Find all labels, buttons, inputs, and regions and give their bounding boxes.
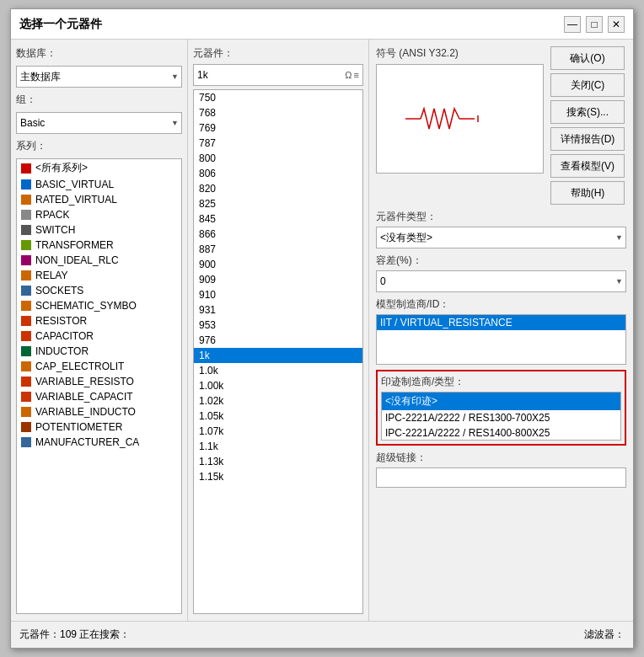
component-item[interactable]: 825 (194, 196, 362, 211)
model-list[interactable]: IIT / VIRTUAL_RESISTANCE (376, 314, 626, 365)
component-item[interactable]: 769 (194, 120, 362, 136)
model-item[interactable]: IIT / VIRTUAL_RESISTANCE (377, 315, 625, 330)
detail-button[interactable]: 详情报告(D) (550, 127, 625, 151)
series-item[interactable]: CAP_ELECTROLIT (17, 359, 181, 374)
close-button[interactable]: 关闭(C) (550, 73, 625, 97)
component-item[interactable]: 750 (194, 90, 362, 105)
group-select[interactable]: Basic (16, 112, 182, 134)
filter-icon[interactable]: ≡ (354, 70, 359, 80)
hyperlink-label: 超级链接： (376, 451, 626, 465)
series-item[interactable]: <所有系列> (17, 159, 181, 177)
minimize-button[interactable]: — (564, 16, 581, 33)
series-item-icon (20, 285, 32, 296)
component-item[interactable]: 1k (194, 348, 362, 363)
component-item[interactable]: 1.00k (194, 378, 362, 393)
top-right: 符号 (ANSI Y32.2) (376, 46, 626, 205)
series-item[interactable]: POTENTIOMETER (17, 419, 181, 435)
component-search-input[interactable] (197, 69, 343, 81)
footprint-item[interactable]: IPC-2221A/2222 / RES1300-700X25 (382, 410, 620, 425)
series-item[interactable]: VARIABLE_CAPACIT (17, 389, 181, 404)
svg-rect-6 (21, 255, 31, 265)
group-select-wrapper: Basic (16, 112, 182, 134)
series-item[interactable]: NON_IDEAL_RLC (17, 253, 181, 268)
svg-rect-11 (21, 331, 31, 341)
component-item[interactable]: 1.0k (194, 363, 362, 378)
footprint-label: 印迹制造商/类型： (381, 375, 621, 389)
series-item-icon (20, 361, 32, 372)
series-item[interactable]: SWITCH (17, 222, 181, 238)
svg-rect-17 (21, 422, 31, 432)
series-item-label: BASIC_VIRTUAL (35, 179, 114, 190)
series-item[interactable]: TRANSFORMER (17, 238, 181, 253)
series-item[interactable]: RPACK (17, 207, 181, 222)
component-type-select[interactable]: <没有类型> (376, 227, 626, 248)
component-item[interactable]: 909 (194, 272, 362, 287)
help-button[interactable]: 帮助(H) (550, 181, 625, 205)
svg-rect-10 (21, 316, 31, 326)
component-item[interactable]: 910 (194, 287, 362, 302)
footprint-item[interactable]: IPC-2221A/2222 / RES1400-800X25 (382, 425, 620, 441)
component-item[interactable]: 1.1k (194, 439, 362, 454)
db-select[interactable]: 主数据库 (16, 66, 182, 88)
component-item[interactable]: 845 (194, 211, 362, 227)
component-item[interactable]: 806 (194, 166, 362, 181)
search-button[interactable]: 搜索(S)... (550, 100, 625, 124)
hyperlink-input[interactable] (376, 467, 626, 488)
component-type-label: 元器件类型： (376, 210, 626, 224)
middle-panel: 元器件： Ω ≡ 7507687697878008068208258458668… (188, 40, 369, 621)
bottom-bar: 元器件：109 正在搜索： 滤波器： (11, 621, 633, 648)
tolerance-section: 容差(%)： 0 (376, 254, 626, 292)
svg-rect-5 (21, 240, 31, 250)
series-item[interactable]: MANUFACTURER_CA (17, 435, 181, 450)
view-model-button[interactable]: 查看模型(V) (550, 154, 625, 178)
component-list[interactable]: 7507687697878008068208258458668879009099… (193, 89, 363, 614)
component-item[interactable]: 768 (194, 105, 362, 120)
symbol-label: 符号 (ANSI Y32.2) (376, 46, 544, 61)
db-select-wrapper: 主数据库 (16, 66, 182, 88)
component-item[interactable]: 953 (194, 318, 362, 333)
component-item[interactable]: 931 (194, 302, 362, 318)
component-item[interactable]: 1.15k (194, 469, 362, 484)
series-item[interactable]: VARIABLE_RESISTO (17, 374, 181, 389)
component-item[interactable]: 900 (194, 257, 362, 272)
series-item-icon (20, 391, 32, 403)
component-item[interactable]: 976 (194, 333, 362, 348)
right-panel: 符号 (ANSI Y32.2) (369, 40, 633, 621)
model-manufacturer-section: 模型制造商/ID： IIT / VIRTUAL_RESISTANCE (376, 297, 626, 365)
series-item-icon (20, 330, 32, 342)
series-label: 系列： (16, 139, 182, 153)
component-item[interactable]: 1.13k (194, 454, 362, 469)
component-item[interactable]: 1.02k (194, 393, 362, 409)
component-item[interactable]: 1.07k (194, 424, 362, 439)
footprint-list[interactable]: <没有印迹>IPC-2221A/2222 / RES1300-700X25IPC… (381, 392, 621, 441)
maximize-button[interactable]: □ (586, 16, 603, 33)
bottom-left: 元器件：109 正在搜索： (19, 628, 130, 642)
series-item-icon (20, 421, 32, 433)
component-item[interactable]: 866 (194, 227, 362, 242)
series-item[interactable]: SCHEMATIC_SYMBO (17, 298, 181, 313)
series-item[interactable]: RESISTOR (17, 313, 181, 328)
component-item[interactable]: 1.05k (194, 409, 362, 424)
close-title-button[interactable]: ✕ (608, 16, 625, 33)
series-item[interactable]: INDUCTOR (17, 344, 181, 359)
component-item[interactable]: 887 (194, 242, 362, 257)
series-item[interactable]: RELAY (17, 268, 181, 283)
tolerance-select[interactable]: 0 (376, 270, 626, 292)
component-item[interactable]: 820 (194, 181, 362, 196)
series-item-icon (20, 300, 32, 312)
series-item[interactable]: VARIABLE_INDUCTO (17, 404, 181, 419)
title-bar-controls: — □ ✕ (564, 16, 625, 33)
svg-rect-18 (21, 437, 31, 447)
series-item[interactable]: CAPACITOR (17, 328, 181, 344)
component-item[interactable]: 800 (194, 151, 362, 166)
svg-rect-9 (21, 301, 31, 311)
model-manufacturer-label: 模型制造商/ID： (376, 297, 626, 312)
confirm-button[interactable]: 确认(O) (550, 46, 625, 70)
component-item[interactable]: 787 (194, 136, 362, 151)
series-item-icon (20, 163, 32, 174)
series-item[interactable]: SOCKETS (17, 283, 181, 298)
footprint-item[interactable]: <没有印迹> (382, 393, 620, 410)
series-item[interactable]: BASIC_VIRTUAL (17, 177, 181, 192)
series-item[interactable]: RATED_VIRTUAL (17, 192, 181, 207)
series-list[interactable]: <所有系列>BASIC_VIRTUALRATED_VIRTUALRPACKSWI… (16, 158, 182, 614)
